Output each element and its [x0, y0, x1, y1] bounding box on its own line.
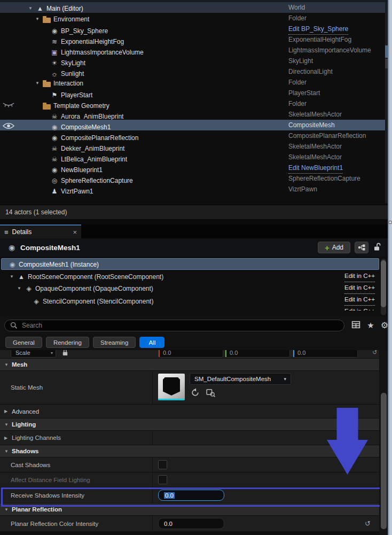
outliner-row-bp-sky-sphere[interactable]: ◉BP_Sky_SphereEdit BP_Sky_Sphere [0, 24, 388, 34]
component-row-rootscenecomponent-rootscenecomponent[interactable]: ▼▲RootSceneComponent (RootSceneComponent… [0, 270, 379, 282]
outliner-row-label: Main (Editor) [46, 3, 83, 14]
outliner-type-label: DirectionalLight [288, 66, 333, 77]
edit-in-cpp-link[interactable]: Edit in C++ [344, 293, 375, 306]
outliner-row-newblueprint1[interactable]: ◉NewBlueprint1Edit NewBlueprint1 [0, 162, 388, 173]
outliner-row-environment[interactable]: ▼EnvironmentFolder [0, 13, 388, 24]
reset-icon[interactable]: ↺ [372, 350, 377, 356]
properties-scrollbar-thumb[interactable] [381, 393, 387, 529]
add-component-button[interactable]: + Add [318, 242, 350, 253]
static-mesh-dropdown[interactable]: SM_DefaultCompositeMesh▾ [190, 373, 291, 385]
property-label: Receive Shadows Intensity [11, 492, 84, 499]
folder-open-icon [43, 82, 51, 87]
property-label: Planar Reflection Color Intensity [11, 521, 98, 527]
outliner-row-playerstart[interactable]: ⚑PlayerStartPlayerStart [0, 88, 388, 98]
unlock-icon[interactable] [373, 243, 382, 252]
outliner-row-lightmassimportancevolume[interactable]: ▣LightmassImportanceVolumeLightmassImpor… [0, 45, 388, 56]
scale-y-field[interactable]: 0.0 [225, 350, 290, 358]
outliner-type-label: LightmassImportanceVolume [288, 45, 371, 56]
folder-closed-icon [43, 104, 51, 110]
outliner-type-link[interactable]: Edit NewBlueprint1 [288, 162, 343, 174]
section-header-mesh[interactable]: ▼Mesh [0, 359, 379, 370]
component-row-stencilcomponent-stencilcomponent[interactable]: ◈StencilComponent (StencilComponent)Edit… [0, 293, 379, 305]
component-row-label: CompositeMesh1 (Instance) [19, 259, 99, 270]
property-label: Affect Distance Field Lighting [11, 477, 90, 483]
tab-details[interactable]: ≡ Details × [0, 224, 81, 238]
section-header-shadows[interactable]: ▼Shadows [0, 445, 379, 457]
filter-tab-streaming[interactable]: Streaming [93, 337, 136, 348]
world-outliner-panel: ▼▲Main (Editor)World▼EnvironmentFolder◉B… [0, 0, 388, 205]
blueprint-hierarchy-button[interactable] [355, 242, 369, 253]
eye-open-icon[interactable] [3, 122, 14, 129]
outliner-type-label: Folder [288, 13, 307, 24]
scale-mode-dropdown[interactable]: Scale▾ [11, 350, 56, 358]
filter-tab-general[interactable]: General [5, 337, 42, 348]
favorites-star-icon[interactable]: ★ [365, 320, 376, 331]
chevron-down-icon[interactable]: ▼ [35, 14, 43, 25]
outliner-row-dekker-animblueprint[interactable]: ☠Dekker_AnimBlueprintSkeletalMeshActor [0, 141, 388, 152]
scale-z-field[interactable]: 0.0 [293, 350, 358, 358]
row-advanced[interactable]: ▶Advanced [0, 405, 379, 418]
component-row-label: OpaqueComponent (OpaqueComponent) [35, 283, 153, 294]
section-header-planar-reflection[interactable]: ▼Planar Reflection [0, 503, 379, 515]
search-input[interactable]: Search [4, 320, 344, 331]
outliner-gutter [3, 68, 14, 75]
property-label: Lighting Channels [12, 435, 61, 441]
outliner-row-ltbelica-animblueprint[interactable]: ☠LtBelica_AnimBlueprintSkeletalMeshActor [0, 152, 388, 162]
outliner-row-sunlight[interactable]: ☼SunlightDirectionalLight [0, 66, 388, 77]
chevron-down-icon[interactable]: ▼ [10, 271, 17, 283]
component-row-opaquecomponent-opaquecomponent[interactable]: ▼◈OpaqueComponent (OpaqueComponent)Edit … [0, 282, 379, 293]
level-icon: ▲ [36, 4, 44, 13]
chevron-down-icon: ▾ [51, 350, 53, 358]
component-row-compositemesh1-instance[interactable]: ◉CompositeMesh1 (Instance) [1, 258, 379, 270]
details-icon: ≡ [4, 228, 9, 236]
eye-closed-icon[interactable] [3, 100, 14, 107]
mesh-component-icon: ◈ [32, 297, 41, 306]
scene-component-icon: ▲ [17, 273, 26, 281]
outliner-row-main-editor[interactable]: ▼▲Main (Editor)World [0, 2, 388, 13]
filter-tab-rendering[interactable]: Rendering [46, 337, 89, 348]
outliner-gutter [3, 15, 14, 22]
cast-shadows-checkbox[interactable] [158, 460, 167, 469]
outliner-type-link[interactable]: Edit BP_Sky_Sphere [288, 24, 348, 35]
chevron-down-icon[interactable]: ▼ [17, 283, 25, 294]
outliner-row-spherereflectioncapture[interactable]: ◎SphereReflectionCaptureSphereReflection… [0, 173, 388, 184]
outliner-row-compositeplanarreflection[interactable]: ◉CompositePlanarReflectionCompositePlana… [0, 130, 388, 141]
use-selected-asset-icon[interactable] [191, 388, 200, 397]
chevron-down-icon[interactable]: ▼ [35, 78, 43, 89]
chevron-down-icon[interactable]: ▼ [28, 3, 36, 14]
planar-reflection-color-intensity-input[interactable]: 0.0 [158, 518, 224, 529]
static-mesh-thumbnail[interactable] [158, 374, 185, 400]
outliner-gutter [3, 186, 14, 193]
property-label: Advanced [12, 408, 39, 415]
component-row-label: TranslucentComponent (TranslucentCompone… [43, 307, 182, 311]
outliner-row-skylight[interactable]: ☀SkyLightSkyLight [0, 56, 388, 66]
scale-x-field[interactable]: 0.0 [158, 350, 223, 358]
filter-tab-all[interactable]: All [139, 337, 164, 348]
section-label: Lighting [12, 421, 36, 428]
scale-lock-icon[interactable] [62, 350, 68, 355]
section-header-lighting[interactable]: ▼Lighting [0, 418, 379, 430]
outliner-type-label: PlayerStart [288, 88, 320, 98]
edit-in-cpp-link[interactable]: Edit in C++ [344, 305, 375, 311]
outliner-gutter [3, 133, 14, 139]
reset-to-default-icon[interactable]: ↺ [365, 520, 371, 528]
add-button-label: Add [332, 244, 343, 251]
outliner-row-template-geometry[interactable]: Template GeometryFolder [0, 98, 388, 109]
outliner-row-interaction[interactable]: ▼InteractionFolder [0, 77, 388, 88]
outliner-row-vizrtpawn1[interactable]: ♟VizrtPawn1VizrtPawn [0, 184, 388, 195]
outliner-row-compositemesh1[interactable]: ◉CompositeMesh1CompositeMesh [0, 120, 388, 130]
close-tab-icon[interactable]: × [73, 228, 77, 236]
thumbnail-accent-bar [158, 399, 185, 400]
outliner-row-exponentialheightfog[interactable]: ≋ExponentialHeightFogExponentialHeightFo… [0, 34, 388, 45]
display-options-icon[interactable] [350, 320, 361, 331]
outliner-row-aurora-animblueprint[interactable]: ☠Aurora_AnimBlueprintSkeletalMeshActor [0, 109, 388, 120]
outliner-gutter [3, 36, 14, 43]
outliner-type-label: CompositeMesh [288, 120, 335, 130]
edit-in-cpp-link[interactable]: Edit in C++ [344, 282, 375, 294]
edit-in-cpp-link[interactable]: Edit in C++ [344, 270, 375, 282]
row-lighting-channels[interactable]: ▶Lighting Channels [0, 431, 379, 445]
component-row-translucentcomponent-translucentcomponent[interactable]: ◈TranslucentComponent (TranslucentCompon… [0, 305, 379, 311]
browse-to-asset-icon[interactable] [206, 388, 215, 397]
receive-shadows-intensity-input[interactable]: 0.0 [158, 490, 224, 501]
component-scrollbar-thumb[interactable] [381, 260, 386, 307]
